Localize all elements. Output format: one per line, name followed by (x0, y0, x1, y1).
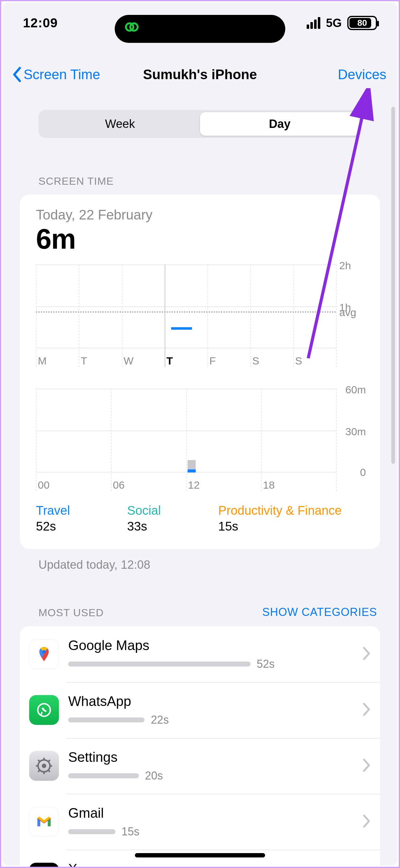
weekly-chart[interactable]: 2h 1h avg M T W T F S S (36, 265, 364, 367)
hour-bar-11 (188, 460, 196, 472)
battery-icon: 80 (347, 16, 377, 30)
settings-icon (29, 751, 59, 781)
app-row-google-maps[interactable]: Google Maps 52s (20, 626, 380, 682)
google-maps-icon (29, 639, 59, 669)
most-used-list: Google Maps 52s WhatsApp 22s (20, 626, 380, 867)
app-name: Gmail (68, 805, 362, 821)
scroll-indicator (391, 107, 395, 464)
usage-bar (68, 661, 251, 666)
weekday-axis: M T W T F S S (36, 355, 336, 367)
chevron-right-icon (362, 758, 371, 773)
svg-line-14 (38, 770, 40, 772)
chevron-left-icon (12, 67, 22, 82)
avg-label: avg (339, 306, 364, 318)
live-activity-icon (124, 19, 139, 38)
app-name: Google Maps (68, 638, 362, 653)
section-header-most-used: MOST USED (38, 607, 104, 619)
svg-point-3 (42, 650, 46, 653)
back-button[interactable]: Screen Time (12, 67, 100, 82)
usage-duration: 52s (257, 657, 275, 671)
app-row-gmail[interactable]: Gmail 15s (20, 794, 380, 850)
dynamic-island (115, 15, 285, 43)
avg-line (36, 311, 336, 313)
usage-duration: 22s (151, 713, 169, 726)
svg-line-13 (48, 760, 50, 762)
chevron-right-icon (362, 703, 371, 717)
app-name: X (68, 861, 362, 867)
app-name: Settings (68, 749, 362, 765)
y-tick-60m: 60m (338, 384, 366, 396)
updated-label: Updated today, 12:08 (1, 549, 399, 571)
svg-line-11 (38, 760, 40, 762)
category-social[interactable]: Social 33s (127, 503, 218, 533)
nav-bar: Screen Time Sumukh's iPhone Devices (1, 59, 399, 90)
y-tick-0: 0 (338, 466, 366, 478)
show-categories-button[interactable]: SHOW CATEGORIES (262, 606, 377, 619)
chevron-right-icon (362, 814, 371, 829)
usage-bar (68, 829, 115, 834)
status-time: 12:09 (23, 16, 58, 30)
usage-duration: 15s (122, 825, 139, 838)
back-label: Screen Time (24, 67, 100, 82)
scroll-area[interactable]: Week Day SCREEN TIME Today, 22 February … (1, 101, 399, 867)
devices-button[interactable]: Devices (338, 67, 387, 82)
segment-day[interactable]: Day (200, 112, 360, 136)
hourly-chart[interactable]: 60m 30m 0 00 06 12 18 (36, 389, 364, 491)
category-productivity[interactable]: Productivity & Finance 15s (218, 503, 364, 533)
app-name: WhatsApp (68, 693, 362, 709)
y-tick-2h: 2h (339, 259, 364, 272)
week-bar-thursday (171, 327, 192, 330)
screen-time-card: Today, 22 February 6m 2h 1h avg M (20, 195, 380, 549)
app-row-settings[interactable]: Settings 20s (20, 738, 380, 794)
battery-percent: 80 (357, 18, 367, 28)
chevron-right-icon (362, 647, 371, 661)
app-row-whatsapp[interactable]: WhatsApp 22s (20, 682, 380, 738)
section-header-screen-time: SCREEN TIME (1, 138, 399, 195)
usage-bar (68, 717, 144, 722)
y-tick-30m: 30m (338, 426, 366, 438)
svg-point-6 (42, 764, 46, 768)
x-icon (29, 863, 59, 867)
week-day-segmented[interactable]: Week Day (38, 110, 362, 138)
category-travel[interactable]: Travel 52s (36, 503, 127, 533)
app-row-x[interactable]: X 7s (20, 850, 380, 867)
usage-duration: 20s (145, 769, 163, 782)
segment-week[interactable]: Week (40, 112, 200, 136)
total-screen-time: 6m (36, 223, 364, 255)
category-breakdown: Travel 52s Social 33s Productivity & Fin… (36, 503, 364, 533)
svg-line-12 (48, 770, 50, 772)
today-date-label: Today, 22 February (36, 207, 364, 223)
hour-axis: 00 06 12 18 (36, 479, 336, 491)
usage-bar (68, 773, 139, 778)
network-label: 5G (326, 17, 342, 30)
gmail-icon (29, 807, 59, 837)
page-title: Sumukh's iPhone (143, 67, 257, 82)
whatsapp-icon (29, 695, 59, 725)
home-indicator[interactable] (135, 853, 265, 858)
cellular-signal-icon (307, 17, 320, 29)
